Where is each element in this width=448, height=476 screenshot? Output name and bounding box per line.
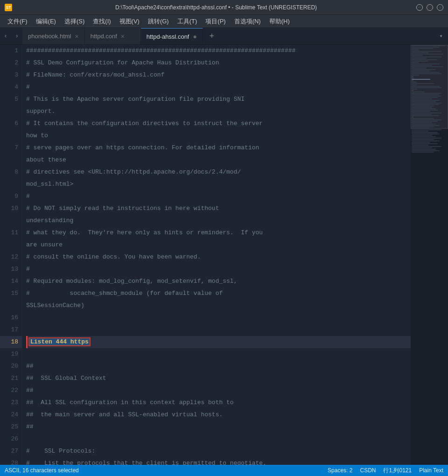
tab-httpd-ahssl-label: httpd-ahssl.conf <box>147 33 189 40</box>
line-num-10a: 10 <box>0 203 22 215</box>
minimap-content <box>411 45 448 465</box>
code-line-28: # List the protocols that the client is … <box>26 457 411 465</box>
tab-next-button[interactable]: › <box>11 28 22 44</box>
line-num-10b <box>0 215 22 227</box>
line-num-11b <box>0 239 22 251</box>
minimize-button[interactable]: — <box>416 4 423 11</box>
line-num-13: 13 <box>0 263 22 275</box>
maximize-button[interactable]: □ <box>427 4 433 11</box>
minimap[interactable] <box>411 45 448 465</box>
code-editor[interactable]: ########################################… <box>22 45 411 465</box>
tab-bar: ‹ › phonebook.html × httpd.conf × httpd-… <box>0 28 448 45</box>
line-num-8b <box>0 178 22 190</box>
line-num-16: 16 <box>0 312 22 324</box>
line-num-26: 26 <box>0 433 22 445</box>
line-num-15a: 15 <box>0 287 22 300</box>
line-num-3: 3 <box>0 69 22 81</box>
code-line-7a: # serve pages over an https connection. … <box>26 142 411 154</box>
line-num-8a: 8 <box>0 166 22 178</box>
status-bar: ASCII, 16 characters selected Spaces: 2 … <box>0 465 448 476</box>
line-num-18: 18 <box>0 336 22 348</box>
code-line-20: ## <box>26 360 411 372</box>
menu-goto[interactable]: 跳转(G) <box>144 16 173 27</box>
code-line-23: ## All SSL configuration in this context… <box>26 397 411 409</box>
status-left: ASCII, 16 characters selected <box>5 467 320 474</box>
status-position[interactable]: 行1,列0121 <box>383 467 412 475</box>
line-num-24: 24 <box>0 409 22 421</box>
code-line-15a: # socache_shmcb_module (for default valu… <box>26 287 411 300</box>
code-line-24: ## the main server and all SSL-enabled v… <box>26 409 411 421</box>
code-line-1: ########################################… <box>26 45 411 57</box>
code-line-6b: how to <box>26 130 411 142</box>
line-num-5b <box>0 105 22 118</box>
code-line-10b: understanding <box>26 215 411 227</box>
line-num-6a: 6 <box>0 118 22 130</box>
line-num-25: 25 <box>0 421 22 433</box>
tab-httpd-close[interactable]: × <box>121 33 125 40</box>
app-icon: ST <box>5 4 12 11</box>
code-line-21: ## SSL Global Context <box>26 372 411 385</box>
line-num-14: 14 <box>0 275 22 287</box>
code-line-19 <box>26 348 411 360</box>
line-num-27: 27 <box>0 445 22 457</box>
title-bar: ST D:\Tool\Apache24\conf\extra\httpd-ahs… <box>0 0 448 15</box>
window-title: D:\Tool\Apache24\conf\extra\httpd-ahssl.… <box>16 4 416 11</box>
code-line-5b: support. <box>26 105 411 118</box>
code-line-8a: # directives see <URL:http://httpd.apach… <box>26 166 411 178</box>
tab-phonebook[interactable]: phonebook.html × <box>22 28 85 44</box>
line-num-12: 12 <box>0 251 22 263</box>
line-num-11a: 11 <box>0 227 22 239</box>
status-right-info[interactable]: CSDN <box>360 467 376 474</box>
menu-tools[interactable]: 工具(T) <box>174 16 201 27</box>
code-line-5a: # This is the Apache server configuratio… <box>26 93 411 105</box>
code-line-6a: # It contains the configuration directiv… <box>26 118 411 130</box>
line-num-7b <box>0 154 22 166</box>
line-num-5a: 5 <box>0 93 22 105</box>
code-line-4: # <box>26 81 411 93</box>
code-line-26 <box>26 433 411 445</box>
line-num-1: 1 <box>0 45 22 57</box>
tab-httpd-ahssl-close[interactable]: ● <box>193 33 196 40</box>
code-line-16 <box>26 312 411 324</box>
code-line-11a: # what they do. They're here only as hin… <box>26 227 411 239</box>
menu-preferences[interactable]: 首选项(N) <box>231 16 265 27</box>
menu-project[interactable]: 项目(P) <box>202 16 229 27</box>
status-spaces[interactable]: Spaces: 2 <box>328 467 352 474</box>
code-line-14: # Required modules: mod_log_config, mod_… <box>26 275 411 287</box>
line-num-4: 4 <box>0 81 22 93</box>
menu-file[interactable]: 文件(F) <box>4 16 31 27</box>
editor-container: 1 2 3 4 5 6 7 8 9 10 11 12 13 14 15 16 1… <box>0 45 448 465</box>
menu-bar: 文件(F) 编辑(E) 选择(S) 查找(I) 视图(V) 跳转(G) 工具(T… <box>0 15 448 28</box>
menu-edit[interactable]: 编辑(E) <box>32 16 60 27</box>
tab-httpd[interactable]: httpd.conf × <box>85 28 141 44</box>
line-num-15b <box>0 300 22 312</box>
line-num-2: 2 <box>0 57 22 69</box>
code-line-9: # <box>26 190 411 203</box>
status-file-type[interactable]: Plain Text <box>419 467 443 474</box>
menu-select[interactable]: 选择(S) <box>61 16 88 27</box>
menu-view[interactable]: 视图(V) <box>116 16 143 27</box>
line-num-22: 22 <box>0 385 22 397</box>
status-right: Spaces: 2 CSDN 行1,列0121 Plain Text <box>328 467 443 475</box>
close-button[interactable]: ✕ <box>437 4 443 11</box>
tab-prev-button[interactable]: ‹ <box>0 28 11 44</box>
code-line-12: # consult the online docs. You have been… <box>26 251 411 263</box>
code-line-15b: SSLSessionCache) <box>26 300 411 312</box>
code-line-2: # SSL Demo Configuration for Apache Haus… <box>26 57 411 69</box>
code-line-10a: # Do NOT simply read the instructions in… <box>26 203 411 215</box>
code-line-17 <box>26 324 411 336</box>
menu-help[interactable]: 帮助(H) <box>266 16 294 27</box>
line-num-20: 20 <box>0 360 22 372</box>
line-num-9: 9 <box>0 190 22 203</box>
tab-httpd-ahssl[interactable]: httpd-ahssl.conf ● <box>141 28 203 44</box>
line-num-21: 21 <box>0 372 22 385</box>
tab-dropdown-button[interactable]: ▾ <box>434 28 448 44</box>
line-num-6b <box>0 130 22 142</box>
menu-find[interactable]: 查找(I) <box>89 16 114 27</box>
status-encoding[interactable]: ASCII, 16 characters selected <box>5 467 79 474</box>
code-line-27: # SSL Protocols: <box>26 445 411 457</box>
tab-add-button[interactable]: + <box>205 28 219 44</box>
code-line-25: ## <box>26 421 411 433</box>
window-controls: — □ ✕ <box>416 4 443 11</box>
tab-phonebook-close[interactable]: × <box>75 33 79 40</box>
